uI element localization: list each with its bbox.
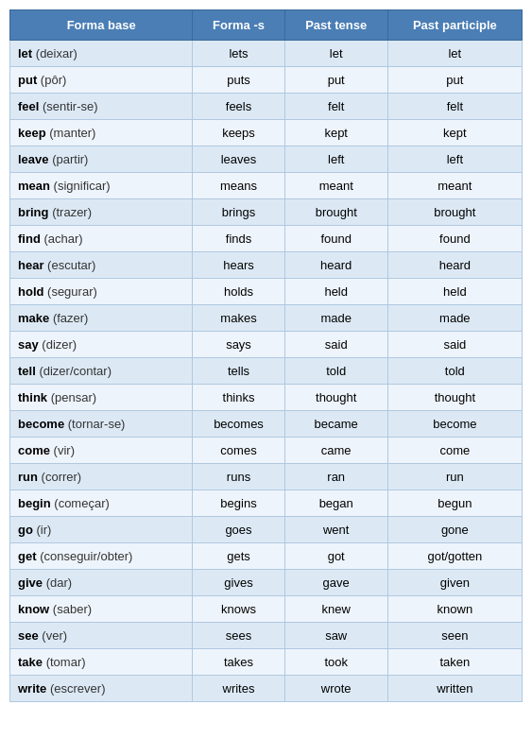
cell-past-participle: written xyxy=(387,676,522,702)
cell-past-participle: told xyxy=(387,358,522,385)
cell-past-participle: meant xyxy=(387,173,522,199)
cell-past-participle: run xyxy=(387,464,522,490)
cell-s-form: writes xyxy=(193,676,284,702)
cell-s-form: becomes xyxy=(193,411,284,438)
table-row: begin (começar)beginsbeganbegun xyxy=(10,490,523,517)
translation: (tornar-se) xyxy=(68,417,126,431)
cell-s-form: gets xyxy=(193,543,284,570)
table-row: think (pensar)thinksthoughtthought xyxy=(10,385,523,411)
cell-base-form: write (escrever) xyxy=(10,676,193,702)
base-verb: find xyxy=(18,232,41,246)
base-verb: come xyxy=(18,443,50,457)
table-row: become (tornar-se)becomesbecamebecome xyxy=(10,411,523,438)
translation: (vir) xyxy=(54,443,75,457)
cell-s-form: brings xyxy=(193,199,284,226)
base-verb: hold xyxy=(18,284,43,299)
cell-past-tense: meant xyxy=(284,173,387,199)
cell-s-form: thinks xyxy=(193,385,284,411)
translation: (correr) xyxy=(42,470,82,484)
table-row: go (ir)goeswentgone xyxy=(10,517,523,543)
cell-base-form: think (pensar) xyxy=(10,385,193,411)
base-verb: bring xyxy=(18,205,49,219)
translation: (manter) xyxy=(49,126,95,140)
base-verb: feel xyxy=(18,99,39,113)
cell-base-form: find (achar) xyxy=(10,226,193,252)
cell-past-tense: made xyxy=(284,305,387,332)
table-row: put (pôr)putsputput xyxy=(10,67,523,94)
cell-past-tense: wrote xyxy=(284,676,387,702)
cell-past-participle: got/gotten xyxy=(387,543,522,570)
cell-past-participle: let xyxy=(387,41,522,67)
base-verb: write xyxy=(18,681,46,696)
cell-past-tense: took xyxy=(284,649,387,676)
translation: (dizer/contar) xyxy=(39,364,112,378)
base-verb: tell xyxy=(18,364,36,378)
cell-base-form: put (pôr) xyxy=(10,67,193,94)
table-row: let (deixar)letsletlet xyxy=(10,41,523,67)
cell-base-form: know (saber) xyxy=(10,596,193,623)
cell-past-participle: thought xyxy=(387,385,522,411)
cell-past-participle: made xyxy=(387,305,522,332)
cell-past-tense: said xyxy=(284,332,387,358)
cell-past-tense: let xyxy=(284,41,387,67)
cell-s-form: knows xyxy=(193,596,284,623)
cell-s-form: begins xyxy=(193,490,284,517)
base-verb: begin xyxy=(18,496,51,510)
base-verb: get xyxy=(18,549,37,563)
translation: (começar) xyxy=(54,496,110,510)
base-verb: run xyxy=(18,470,38,484)
table-row: say (dizer)sayssaidsaid xyxy=(10,332,523,358)
translation: (tomar) xyxy=(46,655,86,669)
translation: (partir) xyxy=(52,152,88,166)
translation: (sentir-se) xyxy=(43,99,98,113)
cell-past-tense: became xyxy=(284,411,387,438)
cell-past-tense: ran xyxy=(284,464,387,490)
table-row: come (vir)comescamecome xyxy=(10,438,523,464)
cell-s-form: finds xyxy=(193,226,284,252)
col-header-base: Forma base xyxy=(10,10,193,41)
cell-base-form: become (tornar-se) xyxy=(10,411,193,438)
cell-base-form: get (conseguir/obter) xyxy=(10,543,193,570)
table-row: find (achar)findsfoundfound xyxy=(10,226,523,252)
cell-past-participle: become xyxy=(387,411,522,438)
cell-s-form: comes xyxy=(193,438,284,464)
table-row: feel (sentir-se)feelsfeltfelt xyxy=(10,94,523,120)
cell-past-tense: told xyxy=(284,358,387,385)
cell-past-tense: knew xyxy=(284,596,387,623)
table-header-row: Forma base Forma -s Past tense Past part… xyxy=(10,10,523,41)
translation: (significar) xyxy=(54,179,111,193)
table-row: bring (trazer)bringsbroughtbrought xyxy=(10,199,523,226)
cell-past-participle: seen xyxy=(387,623,522,649)
cell-s-form: makes xyxy=(193,305,284,332)
base-verb: leave xyxy=(18,152,49,166)
cell-past-tense: kept xyxy=(284,120,387,146)
cell-s-form: means xyxy=(193,173,284,199)
translation: (ir) xyxy=(37,523,52,537)
cell-past-participle: begun xyxy=(387,490,522,517)
cell-s-form: leaves xyxy=(193,146,284,173)
translation: (conseguir/obter) xyxy=(40,549,132,563)
translation: (escutar) xyxy=(47,258,95,272)
table-row: write (escrever)writeswrotewritten xyxy=(10,676,523,702)
cell-past-participle: felt xyxy=(387,94,522,120)
cell-s-form: puts xyxy=(193,67,284,94)
base-verb: become xyxy=(18,417,64,431)
translation: (trazer) xyxy=(52,205,92,219)
cell-past-participle: put xyxy=(387,67,522,94)
cell-s-form: holds xyxy=(193,279,284,305)
table-row: keep (manter)keepskeptkept xyxy=(10,120,523,146)
cell-past-participle: kept xyxy=(387,120,522,146)
cell-s-form: runs xyxy=(193,464,284,490)
cell-past-participle: left xyxy=(387,146,522,173)
cell-base-form: go (ir) xyxy=(10,517,193,543)
col-header-participle: Past participle xyxy=(387,10,522,41)
translation: (ver) xyxy=(42,628,67,643)
base-verb: put xyxy=(18,73,37,87)
cell-base-form: hear (escutar) xyxy=(10,252,193,279)
cell-base-form: leave (partir) xyxy=(10,146,193,173)
table-row: run (correr)runsranrun xyxy=(10,464,523,490)
cell-past-tense: left xyxy=(284,146,387,173)
translation: (pôr) xyxy=(41,73,66,87)
table-row: see (ver)seessawseen xyxy=(10,623,523,649)
translation: (achar) xyxy=(43,232,82,246)
